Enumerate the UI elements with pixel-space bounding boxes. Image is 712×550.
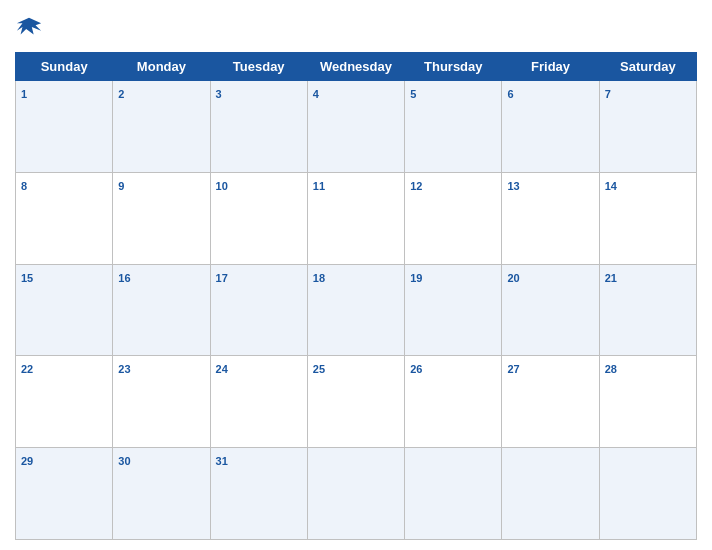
date-number: 12 [410, 180, 422, 192]
calendar-cell-week4-day2: 23 [113, 356, 210, 448]
calendar-cell-week2-day5: 12 [405, 172, 502, 264]
calendar-cell-week5-day6 [502, 448, 599, 540]
date-number: 14 [605, 180, 617, 192]
date-number: 6 [507, 88, 513, 100]
date-number: 22 [21, 363, 33, 375]
date-number: 21 [605, 272, 617, 284]
week-row-4: 22232425262728 [16, 356, 697, 448]
date-number: 13 [507, 180, 519, 192]
date-number: 4 [313, 88, 319, 100]
weekday-header-sunday: Sunday [16, 53, 113, 81]
date-number: 15 [21, 272, 33, 284]
calendar-cell-week1-day3: 3 [210, 81, 307, 173]
date-number: 25 [313, 363, 325, 375]
calendar-cell-week4-day7: 28 [599, 356, 696, 448]
week-row-5: 293031 [16, 448, 697, 540]
date-number: 3 [216, 88, 222, 100]
calendar-cell-week1-day1: 1 [16, 81, 113, 173]
date-number: 23 [118, 363, 130, 375]
date-number: 7 [605, 88, 611, 100]
calendar-cell-week5-day4 [307, 448, 404, 540]
calendar-cell-week1-day5: 5 [405, 81, 502, 173]
date-number: 17 [216, 272, 228, 284]
svg-marker-0 [17, 18, 41, 35]
calendar-table: SundayMondayTuesdayWednesdayThursdayFrid… [15, 52, 697, 540]
calendar-cell-week1-day7: 7 [599, 81, 696, 173]
week-row-1: 1234567 [16, 81, 697, 173]
calendar-cell-week2-day4: 11 [307, 172, 404, 264]
date-number: 29 [21, 455, 33, 467]
logo-bird-icon [15, 14, 43, 42]
calendar-cell-week5-day5 [405, 448, 502, 540]
weekday-header-saturday: Saturday [599, 53, 696, 81]
date-number: 8 [21, 180, 27, 192]
date-number: 24 [216, 363, 228, 375]
date-number: 31 [216, 455, 228, 467]
calendar-cell-week3-day6: 20 [502, 264, 599, 356]
calendar-cell-week3-day1: 15 [16, 264, 113, 356]
date-number: 9 [118, 180, 124, 192]
weekday-header-monday: Monday [113, 53, 210, 81]
calendar-cell-week2-day1: 8 [16, 172, 113, 264]
logo [15, 14, 47, 42]
calendar-cell-week1-day2: 2 [113, 81, 210, 173]
date-number: 18 [313, 272, 325, 284]
calendar-cell-week3-day3: 17 [210, 264, 307, 356]
date-number: 10 [216, 180, 228, 192]
date-number: 16 [118, 272, 130, 284]
weekday-header-thursday: Thursday [405, 53, 502, 81]
calendar-cell-week4-day1: 22 [16, 356, 113, 448]
calendar-cell-week4-day6: 27 [502, 356, 599, 448]
calendar-cell-week2-day6: 13 [502, 172, 599, 264]
week-row-3: 15161718192021 [16, 264, 697, 356]
weekday-header-friday: Friday [502, 53, 599, 81]
calendar-cell-week1-day4: 4 [307, 81, 404, 173]
calendar-cell-week1-day6: 6 [502, 81, 599, 173]
date-number: 2 [118, 88, 124, 100]
calendar-cell-week4-day4: 25 [307, 356, 404, 448]
date-number: 27 [507, 363, 519, 375]
calendar-header [15, 10, 697, 46]
weekday-header-row: SundayMondayTuesdayWednesdayThursdayFrid… [16, 53, 697, 81]
calendar-cell-week3-day2: 16 [113, 264, 210, 356]
calendar-cell-week5-day2: 30 [113, 448, 210, 540]
calendar-cell-week2-day3: 10 [210, 172, 307, 264]
calendar-cell-week3-day7: 21 [599, 264, 696, 356]
calendar-cell-week4-day3: 24 [210, 356, 307, 448]
calendar-cell-week5-day3: 31 [210, 448, 307, 540]
date-number: 20 [507, 272, 519, 284]
calendar-cell-week5-day1: 29 [16, 448, 113, 540]
calendar-cell-week3-day5: 19 [405, 264, 502, 356]
week-row-2: 891011121314 [16, 172, 697, 264]
date-number: 28 [605, 363, 617, 375]
date-number: 11 [313, 180, 325, 192]
calendar-cell-week3-day4: 18 [307, 264, 404, 356]
weekday-header-wednesday: Wednesday [307, 53, 404, 81]
date-number: 5 [410, 88, 416, 100]
calendar-cell-week4-day5: 26 [405, 356, 502, 448]
weekday-header-tuesday: Tuesday [210, 53, 307, 81]
date-number: 30 [118, 455, 130, 467]
calendar-cell-week2-day7: 14 [599, 172, 696, 264]
date-number: 1 [21, 88, 27, 100]
date-number: 19 [410, 272, 422, 284]
date-number: 26 [410, 363, 422, 375]
calendar-cell-week5-day7 [599, 448, 696, 540]
calendar-cell-week2-day2: 9 [113, 172, 210, 264]
